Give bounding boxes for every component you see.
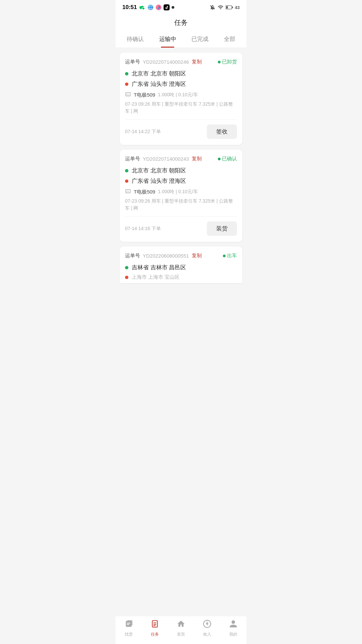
wifi-icon	[218, 4, 224, 10]
action-btn-1[interactable]: 签收	[207, 124, 237, 139]
goods-icon-2	[125, 188, 131, 196]
tab-in-transit[interactable]: 运输中	[153, 31, 183, 48]
transport-row-2: 07-23 09:26 用车 | 重型半挂牵引车 7.325米 | 公路整车 |…	[125, 198, 237, 212]
battery-level: 43	[235, 5, 240, 10]
colorful-icon	[156, 4, 162, 10]
income-icon: ¥	[203, 620, 212, 630]
browser-icon	[147, 4, 154, 10]
dest-text-1: 广东省 汕头市 澄海区	[132, 80, 186, 88]
profile-icon	[229, 620, 238, 630]
status-text-1: 已卸货	[222, 59, 237, 65]
dest-row-2: 广东省 汕头市 澄海区	[125, 177, 237, 185]
nav-profile[interactable]: 我的	[220, 620, 246, 637]
transport-row-1: 07-23 09:26 用车 | 重型半挂牵引车 7.325米 | 公路整车 |…	[125, 101, 237, 115]
status-text-2: 已确认	[222, 156, 237, 162]
origin-dot-3	[125, 266, 128, 269]
nav-label-profile: 我的	[229, 632, 237, 637]
bottom-navigation: 找货 任务 首页 ¥ 收入 我的	[116, 616, 246, 644]
card-2-header: 运单号 YD20220714000243 复制 已确认	[125, 156, 237, 162]
status-app-icons	[139, 4, 174, 10]
goods-detail-2: 1.000吨 | 0.10元/车	[158, 189, 198, 195]
waybill-no-2: YD20220714000243	[143, 156, 189, 162]
task-card-1: 运单号 YD20220714000246 复制 已卸货 北京市 北京市 朝阳区 …	[120, 53, 242, 145]
status-badge-3: 出车	[223, 253, 237, 259]
svg-text:¥: ¥	[205, 622, 208, 627]
goods-detail-1: 1.000吨 | 0.10元/车	[158, 92, 198, 98]
svg-point-6	[158, 7, 160, 9]
tab-completed[interactable]: 已完成	[185, 31, 215, 48]
waybill-label-3: 运单号	[125, 253, 140, 259]
tiktok-icon	[164, 4, 170, 10]
status-dot-3	[223, 255, 226, 257]
notification-dot	[172, 6, 174, 9]
order-time-1: 07-14 14:22 下单	[125, 129, 161, 135]
nav-label-task: 任务	[151, 632, 159, 637]
task-list: 运单号 YD20220714000246 复制 已卸货 北京市 北京市 朝阳区 …	[116, 48, 246, 288]
goods-icon-1	[125, 91, 131, 99]
status-right-icons: 43	[209, 4, 240, 10]
status-badge-2: 已确认	[218, 156, 237, 162]
nav-find-cargo[interactable]: 找货	[116, 620, 142, 637]
origin-dot-1	[125, 72, 128, 75]
origin-row-1: 北京市 北京市 朝阳区	[125, 70, 237, 77]
status-time: 10:51	[122, 4, 137, 11]
divider-2	[125, 216, 237, 217]
nav-label-find-cargo: 找货	[125, 632, 133, 637]
divider-1	[125, 119, 237, 120]
nav-income[interactable]: ¥ 收入	[194, 620, 220, 637]
home-icon	[177, 620, 185, 630]
wechat-icon	[139, 4, 145, 10]
svg-rect-9	[232, 6, 233, 8]
dest-dot-3	[125, 276, 128, 279]
origin-text-2: 北京市 北京市 朝阳区	[132, 167, 186, 174]
nav-label-home: 首页	[177, 632, 185, 637]
goods-name-2: T电极509	[134, 189, 155, 195]
task-card-2: 运单号 YD20220714000243 复制 已确认 北京市 北京市 朝阳区 …	[120, 150, 242, 242]
card-1-header: 运单号 YD20220714000246 复制 已卸货	[125, 59, 237, 65]
task-tabs: 待确认 运输中 已完成 全部	[116, 31, 246, 48]
waybill-no-1: YD20220714000246	[143, 59, 189, 65]
origin-row-3: 吉林省 吉林市 昌邑区	[125, 264, 237, 271]
origin-text-1: 北京市 北京市 朝阳区	[132, 70, 186, 77]
status-text-3: 出车	[227, 253, 237, 259]
card-1-footer: 07-14 14:22 下单 签收	[125, 124, 237, 139]
nav-task[interactable]: 任务	[142, 620, 168, 637]
page-title: 任务	[116, 13, 246, 31]
battery-icon	[226, 5, 233, 10]
dest-text-2: 广东省 汕头市 澄海区	[132, 177, 186, 185]
svg-rect-10	[226, 6, 228, 9]
status-bar: 10:51	[116, 0, 246, 13]
card-3-header: 运单号 YD20220608000551 复制 出车	[125, 253, 237, 259]
origin-text-3: 吉林省 吉林市 昌邑区	[132, 264, 186, 271]
status-badge-1: 已卸货	[218, 59, 237, 65]
status-dot-2	[218, 158, 221, 160]
waybill-label-2: 运单号	[125, 156, 140, 162]
nav-label-income: 收入	[203, 632, 211, 637]
find-cargo-icon	[124, 620, 133, 630]
copy-btn-2[interactable]: 复制	[192, 156, 202, 162]
goods-row-2: T电极509 1.000吨 | 0.10元/车	[125, 188, 237, 196]
dest-row-1: 广东省 汕头市 澄海区	[125, 80, 237, 88]
card-2-footer: 07-14 14:16 下单 装货	[125, 221, 237, 236]
dest-dot-1	[125, 83, 128, 86]
dest-text-3: 上海市 上海市 宝山区	[132, 274, 180, 280]
status-dot-1	[218, 61, 221, 63]
origin-dot-2	[125, 169, 128, 172]
tab-pending[interactable]: 待确认	[120, 31, 150, 48]
waybill-label-1: 运单号	[125, 59, 140, 65]
dest-row-3: 上海市 上海市 宝山区	[125, 274, 237, 280]
origin-row-2: 北京市 北京市 朝阳区	[125, 167, 237, 174]
task-card-3: 运单号 YD20220608000551 复制 出车 吉林省 吉林市 昌邑区 上…	[120, 247, 242, 283]
dest-dot-2	[125, 179, 128, 183]
goods-row-1: T电极509 1.000吨 | 0.10元/车	[125, 91, 237, 99]
copy-btn-1[interactable]: 复制	[192, 59, 202, 65]
nav-home[interactable]: 首页	[168, 620, 194, 637]
action-btn-2[interactable]: 装货	[207, 221, 237, 236]
bell-mute-icon	[209, 4, 216, 10]
copy-btn-3[interactable]: 复制	[192, 253, 202, 259]
waybill-no-3: YD20220608000551	[143, 253, 189, 259]
tab-all[interactable]: 全部	[217, 31, 242, 48]
goods-name-1: T电极509	[134, 92, 155, 98]
order-time-2: 07-14 14:16 下单	[125, 226, 161, 232]
task-icon	[150, 620, 159, 630]
